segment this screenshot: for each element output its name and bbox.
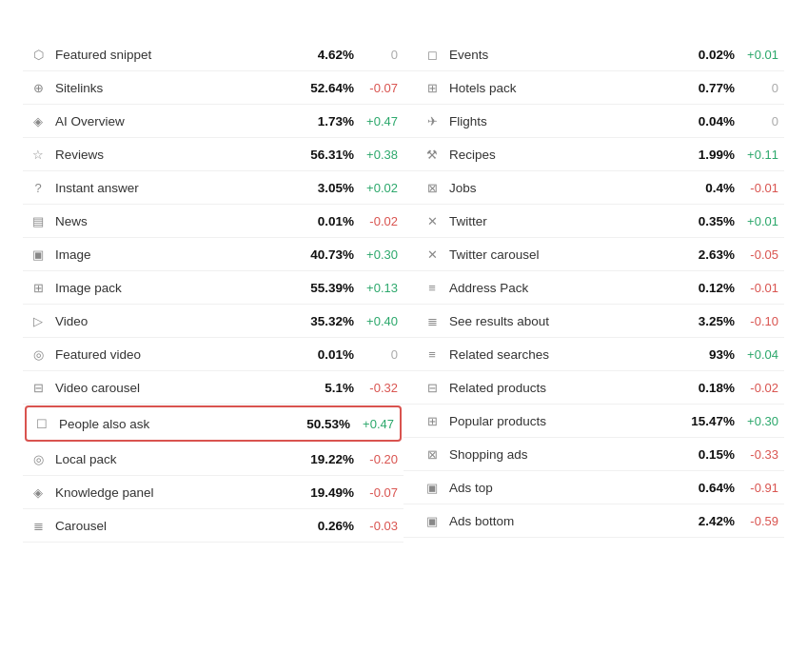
feature-row: ⬡Featured snippet4.62%0 — [23, 38, 404, 71]
popular-products-icon: ⊞ — [423, 411, 442, 430]
feature-value: 3.25% — [685, 314, 735, 328]
feature-label: Video carousel — [55, 381, 297, 395]
feature-label: Reviews — [55, 148, 297, 162]
feature-value: 0.01% — [305, 214, 354, 228]
shopping-ads-icon: ⊠ — [423, 445, 442, 464]
feature-label: Popular products — [449, 414, 678, 428]
knowledge-panel-icon: ◈ — [29, 483, 48, 502]
feature-label: Carousel — [55, 519, 297, 533]
feature-change: +0.40 — [362, 314, 398, 328]
feature-row: ◎Local pack19.22%-0.20 — [23, 443, 404, 476]
feature-value: 0.35% — [685, 214, 735, 228]
feature-value: 50.53% — [301, 417, 350, 431]
feature-value: 0.64% — [685, 481, 735, 495]
feature-value: 3.05% — [305, 181, 354, 195]
feature-value: 2.42% — [685, 514, 735, 528]
feature-label: Video — [55, 314, 297, 328]
feature-value: 4.62% — [305, 48, 354, 62]
feature-change: -0.03 — [362, 519, 398, 533]
feature-value: 1.99% — [685, 148, 735, 162]
feature-label: Related searches — [449, 347, 678, 362]
feature-change: +0.11 — [742, 148, 778, 162]
feature-label: Events — [449, 48, 678, 62]
feature-row: ▷Video35.32%+0.40 — [23, 305, 404, 338]
feature-row: ✕Twitter0.35%+0.01 — [404, 205, 784, 238]
ads-top-icon: ▣ — [423, 478, 442, 497]
feature-change: -0.05 — [742, 247, 778, 262]
featured-video-icon: ◎ — [29, 345, 48, 364]
feature-label: Instant answer — [55, 181, 297, 195]
feature-value: 56.31% — [305, 148, 354, 162]
feature-row: ⊕Sitelinks52.64%-0.07 — [23, 71, 404, 105]
feature-change: -0.91 — [742, 481, 778, 495]
feature-label: Shopping ads — [449, 447, 678, 462]
feature-label: Featured snippet — [55, 48, 297, 62]
feature-row: ▣Ads bottom2.42%-0.59 — [404, 504, 784, 538]
feature-row: ≡Related searches93%+0.04 — [404, 338, 784, 371]
feature-change: -0.01 — [742, 281, 778, 295]
feature-change: +0.04 — [742, 347, 778, 362]
video-icon: ▷ — [29, 311, 48, 330]
feature-row: ◻Events0.02%+0.01 — [404, 38, 784, 71]
address-pack-icon: ≡ — [423, 278, 442, 297]
feature-row: ⚒Recipes1.99%+0.11 — [404, 138, 784, 171]
feature-value: 35.32% — [305, 314, 354, 328]
feature-value: 52.64% — [305, 81, 354, 95]
feature-label: Twitter carousel — [449, 247, 678, 262]
twitter-carousel-icon: ✕ — [423, 245, 442, 264]
carousel-icon: ≣ — [29, 516, 48, 535]
feature-change: -0.01 — [742, 181, 778, 195]
feature-row: ⊟Video carousel5.1%-0.32 — [23, 371, 404, 405]
feature-change: 0 — [742, 81, 778, 95]
feature-value: 0.26% — [305, 519, 354, 533]
feature-label: Jobs — [449, 181, 678, 195]
feature-row: ✕Twitter carousel2.63%-0.05 — [404, 238, 784, 271]
feature-label: Local pack — [55, 452, 297, 466]
feature-value: 0.77% — [685, 81, 735, 95]
features-grid: ⬡Featured snippet4.62%0⊕Sitelinks52.64%-… — [23, 38, 784, 543]
feature-change: -0.10 — [742, 314, 778, 328]
feature-change: +0.47 — [362, 114, 398, 128]
feature-label: Sitelinks — [55, 81, 297, 95]
feature-label: Flights — [449, 114, 678, 128]
feature-value: 1.73% — [305, 114, 354, 128]
feature-row: ✈Flights0.04%0 — [404, 105, 784, 138]
feature-label: Image pack — [55, 281, 297, 295]
feature-change: 0 — [362, 347, 398, 362]
feature-value: 0.04% — [685, 114, 735, 128]
feature-value: 19.22% — [305, 452, 354, 466]
feature-change: -0.32 — [362, 381, 398, 395]
twitter-icon: ✕ — [423, 211, 442, 230]
feature-change: -0.59 — [742, 514, 778, 528]
see-results-about-icon: ≣ — [423, 311, 442, 330]
related-searches-icon: ≡ — [423, 345, 442, 364]
feature-change: -0.02 — [742, 381, 778, 395]
feature-label: See results about — [449, 314, 678, 328]
feature-change: +0.01 — [742, 214, 778, 228]
feature-label: Ads top — [449, 481, 678, 495]
feature-row: ⊟Related products0.18%-0.02 — [404, 371, 784, 405]
hotels-pack-icon: ⊞ — [423, 78, 442, 97]
image-pack-icon: ⊞ — [29, 278, 48, 297]
feature-change: -0.07 — [362, 81, 398, 95]
local-pack-icon: ◎ — [29, 449, 48, 468]
feature-row: ⊞Hotels pack0.77%0 — [404, 71, 784, 105]
featured-snippet-icon: ⬡ — [29, 45, 48, 64]
news-icon: ▤ — [29, 211, 48, 230]
feature-value: 0.02% — [685, 48, 735, 62]
left-column: ⬡Featured snippet4.62%0⊕Sitelinks52.64%-… — [23, 38, 404, 543]
image-icon: ▣ — [29, 245, 48, 264]
feature-value: 0.12% — [685, 281, 735, 295]
feature-value: 15.47% — [685, 414, 735, 428]
feature-row: ◈Knowledge panel19.49%-0.07 — [23, 476, 404, 509]
sitelinks-icon: ⊕ — [29, 78, 48, 97]
feature-row: ⊞Popular products15.47%+0.30 — [404, 405, 784, 438]
feature-label: Related products — [449, 381, 678, 395]
feature-value: 5.1% — [305, 381, 354, 395]
instant-answer-icon: ? — [29, 178, 48, 197]
feature-label: Address Pack — [449, 281, 678, 295]
feature-label: Ads bottom — [449, 514, 678, 528]
ads-bottom-icon: ▣ — [423, 511, 442, 530]
feature-row: ⊠Shopping ads0.15%-0.33 — [404, 438, 784, 471]
feature-row: ◎Featured video0.01%0 — [23, 338, 404, 371]
